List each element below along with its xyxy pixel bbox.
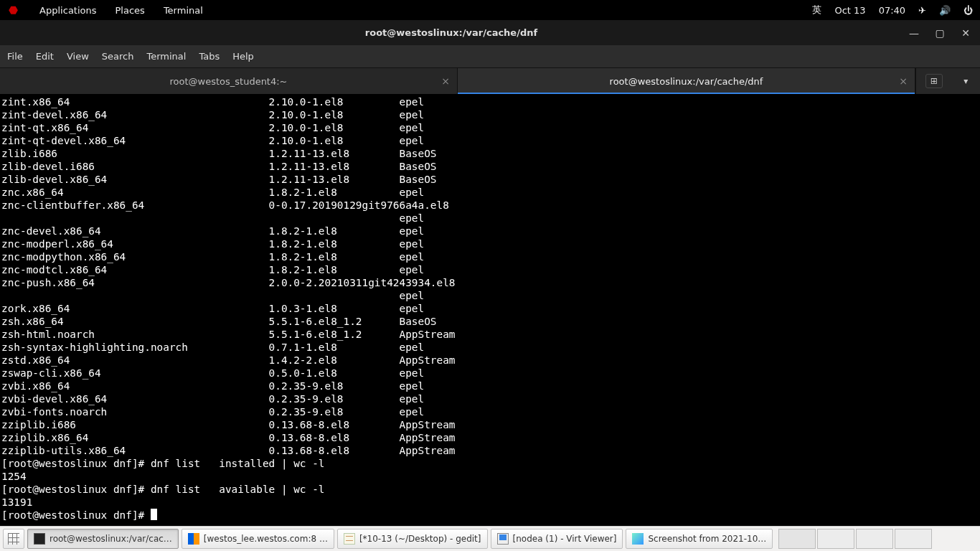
taskbar-app-label: [*10-13 (~/Desktop) - gedit]: [359, 534, 481, 544]
terminal-menubar: FileEditViewSearchTerminalTabsHelp: [0, 45, 980, 68]
gnome-top-panel: ⬣ Applications Places Terminal 英 Oct 13 …: [0, 0, 980, 20]
taskbar-app-label: root@westoslinux:/var/cac…: [50, 534, 172, 544]
new-tab-button[interactable]: ⊞: [925, 74, 943, 88]
term-icon: [34, 533, 45, 545]
terminal-menu[interactable]: Terminal: [161, 4, 206, 17]
date-label[interactable]: Oct 13: [833, 4, 867, 17]
window-titlebar: root@westoslinux:/var/cache/dnf — ▢ ✕: [0, 20, 980, 45]
volume-icon[interactable]: 🔊: [938, 4, 952, 17]
tab-label: root@westoslinux:/var/cache/dnf: [610, 76, 763, 87]
places-menu[interactable]: Places: [113, 4, 148, 17]
ime-indicator[interactable]: 英: [811, 2, 823, 18]
taskbar-app-label: [westos_lee.westos.com:8 …: [204, 534, 328, 544]
airplane-icon[interactable]: ✈: [917, 4, 928, 17]
applications-menu[interactable]: Applications: [37, 4, 99, 17]
menu-edit[interactable]: Edit: [36, 51, 54, 62]
workspace-2[interactable]: [817, 529, 854, 549]
workspace-1[interactable]: [778, 529, 816, 549]
maximize-button[interactable]: ▢: [933, 26, 947, 40]
bottom-taskbar: root@westoslinux:/var/cac…[westos_lee.we…: [0, 526, 980, 551]
tab-close-icon[interactable]: ×: [441, 75, 450, 87]
taskbar-app-button[interactable]: Screenshot from 2021-10…: [626, 529, 773, 549]
vm-icon: [497, 533, 509, 545]
power-icon[interactable]: ⏻: [962, 4, 974, 17]
taskbar-app-button[interactable]: [nodea (1) - Virt Viewer]: [491, 529, 623, 549]
menu-search[interactable]: Search: [102, 51, 134, 62]
workspace-overview-button[interactable]: [3, 529, 24, 549]
tab-close-icon[interactable]: ×: [899, 75, 908, 87]
taskbar-app-label: [nodea (1) - Virt Viewer]: [513, 534, 617, 544]
menu-file[interactable]: File: [7, 51, 23, 62]
taskbar-app-button[interactable]: [*10-13 (~/Desktop) - gedit]: [337, 529, 488, 549]
tab-label: root@westos_student4:~: [169, 76, 287, 87]
window-title: root@westoslinux:/var/cache/dnf: [7, 27, 895, 38]
menu-view[interactable]: View: [67, 51, 89, 62]
terminal-tab[interactable]: root@westoslinux:/var/cache/dnf×: [458, 68, 915, 94]
workspace-3[interactable]: [856, 529, 893, 549]
ff-icon: [188, 533, 199, 545]
tab-options-button[interactable]: ▾: [961, 76, 971, 86]
workspace-4[interactable]: [895, 529, 932, 549]
gedit-icon: [344, 533, 355, 545]
time-label[interactable]: 07:40: [877, 4, 907, 17]
terminal-tabbar: root@westos_student4:~×root@westoslinux:…: [0, 68, 980, 94]
minimize-button[interactable]: —: [907, 26, 921, 40]
terminal-cursor: [151, 509, 157, 520]
terminal-output[interactable]: zint.x86_64 2.10.0-1.el8 epel zint-devel…: [0, 94, 980, 526]
close-button[interactable]: ✕: [958, 26, 973, 40]
taskbar-app-button[interactable]: root@westoslinux:/var/cac…: [27, 529, 179, 549]
redhat-logo-icon: ⬣: [6, 2, 21, 18]
menu-tabs[interactable]: Tabs: [199, 51, 220, 62]
menu-terminal[interactable]: Terminal: [146, 51, 186, 62]
img-icon: [632, 533, 644, 545]
menu-help[interactable]: Help: [232, 51, 254, 62]
workspace-pager[interactable]: [778, 529, 932, 549]
taskbar-app-label: Screenshot from 2021-10…: [648, 534, 766, 544]
terminal-tab[interactable]: root@westos_student4:~×: [0, 68, 458, 94]
taskbar-app-button[interactable]: [westos_lee.westos.com:8 …: [182, 529, 334, 549]
